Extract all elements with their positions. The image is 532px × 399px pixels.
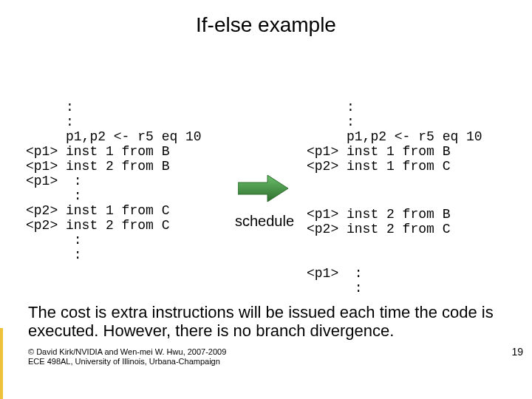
conclusion-text: The cost is extra instructions will be i… [28,303,523,341]
svg-marker-0 [238,175,288,202]
code-block-scheduled-mid: <p1> inst 2 from B <p2> inst 2 from C [307,207,450,236]
schedule-label: schedule [235,213,294,230]
arrow-icon [238,174,290,203]
page-number: 19 [511,346,523,358]
accent-bar [0,328,3,399]
page-title: If-else example [0,13,532,37]
credit-text: © David Kirk/NVIDIA and Wen-mei W. Hwu, … [28,347,226,366]
code-block-scheduled-tail: <p1> : : [307,266,363,296]
code-block-scheduled-top: : : p1,p2 <- r5 eq 10 <p1> inst 1 from B… [307,100,482,174]
code-block-original: : : p1,p2 <- r5 eq 10 <p1> inst 1 from B… [26,100,202,262]
